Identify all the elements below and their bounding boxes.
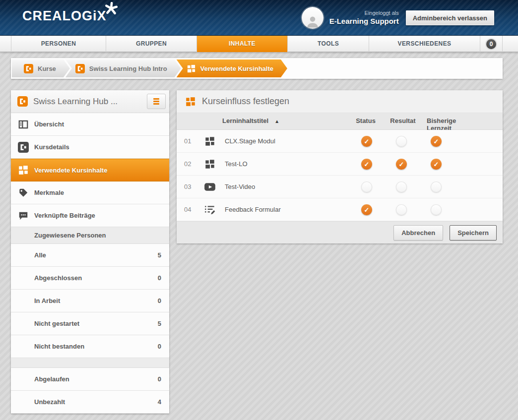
check-icon: ✓ — [364, 206, 370, 214]
avatar — [302, 7, 324, 29]
row-number: 01 — [184, 137, 191, 145]
check-icon: ✓ — [364, 161, 370, 168]
row-number: 04 — [184, 206, 191, 213]
filter-label: Nicht bestanden — [34, 343, 84, 350]
filter-count: 0 — [158, 343, 161, 350]
user-name: E-Learning Support — [329, 17, 399, 26]
sidebar-section-zugewiesene-personen: Zugewiesene Personen — [11, 227, 169, 244]
sidebar-filter-nicht-bestanden[interactable]: Nicht bestanden 0 — [11, 335, 169, 358]
course-icon — [17, 96, 28, 107]
sidebar-item-verknuepfte-beitraege[interactable]: Verknüpfte Beiträge — [11, 204, 169, 227]
breadcrumb-kurse[interactable]: Kurse — [12, 60, 70, 77]
resultat-toggle[interactable]: ✓ — [396, 204, 407, 215]
filter-count: 5 — [158, 251, 161, 259]
course-sidebar: Swiss Learning Hub ... Übersicht Kursdet… — [11, 90, 169, 414]
tab-personen[interactable]: PERSONEN — [11, 36, 106, 52]
learning-object-icon — [204, 158, 216, 170]
lernzeit-toggle[interactable]: ✓ — [431, 204, 442, 215]
filter-label: Abgeschlossen — [34, 274, 82, 282]
resultat-toggle[interactable]: ✓ — [396, 136, 407, 147]
row-number: 02 — [184, 160, 191, 168]
sidebar-filter-unbezahlt[interactable]: Unbezahlt 4 — [11, 391, 169, 414]
filter-count: 0 — [158, 297, 161, 304]
video-icon — [204, 181, 216, 193]
filter-count: 0 — [158, 375, 161, 383]
sidebar-menu-button[interactable] — [147, 94, 166, 109]
status-toggle[interactable]: ✓ — [361, 181, 372, 192]
column-status[interactable]: Status — [356, 117, 376, 124]
sidebar-item-merkmale[interactable]: Merkmale — [11, 181, 169, 204]
main-panel: Kurseinfluss festlegen Lerninhaltstitel▲… — [177, 90, 503, 243]
sidebar-filter-abgelaufen[interactable]: Abgelaufen 0 — [11, 368, 169, 391]
sidebar-item-label: Verknüpfte Beiträge — [34, 212, 95, 219]
save-button[interactable]: Speichern — [450, 225, 497, 240]
column-resultat[interactable]: Resultat — [390, 117, 415, 124]
content-grid-icon — [187, 64, 196, 73]
status-toggle[interactable]: ✓ — [361, 136, 372, 147]
resultat-toggle[interactable]: ✓ — [396, 159, 407, 170]
cancel-button[interactable]: Abbrechen — [393, 225, 443, 240]
breadcrumb-label: Verwendete Kursinhalte — [200, 65, 273, 72]
sidebar-item-uebersicht[interactable]: Übersicht — [11, 113, 169, 136]
tab-gruppen[interactable]: GRUPPEN — [106, 36, 197, 52]
tab-verschiedenes[interactable]: VERSCHIEDENES — [369, 36, 480, 52]
status-toggle[interactable]: ✓ — [361, 159, 372, 170]
resultat-toggle[interactable]: ✓ — [396, 181, 407, 192]
table-row: 01 CLX.Stage Modul ✓ ✓ ✓ — [177, 130, 503, 153]
filter-label: Nicht gestartet — [34, 320, 79, 327]
notification-badge[interactable]: 0 — [485, 38, 497, 50]
sidebar-filter-nicht-gestartet[interactable]: Nicht gestartet 5 — [11, 312, 169, 335]
lernzeit-toggle[interactable]: ✓ — [431, 136, 442, 147]
form-icon — [204, 204, 216, 216]
sidebar-filter-in-arbeit[interactable]: In Arbeit 0 — [11, 290, 169, 312]
user-area: Eingeloggt als E-Learning Support Adminb… — [302, 0, 494, 36]
row-number: 03 — [184, 183, 191, 190]
content-title: Test-Video — [225, 183, 255, 190]
sidebar-item-label: Verwendete Kursinhalte — [34, 167, 107, 174]
sidebar-header: Swiss Learning Hub ... — [11, 90, 169, 113]
content-grid-icon — [18, 165, 29, 176]
person-icon — [305, 14, 320, 29]
lernzeit-toggle[interactable]: ✓ — [431, 159, 442, 170]
logo-star-icon — [105, 2, 118, 15]
filter-count: 0 — [158, 274, 161, 282]
sidebar-item-kursdetails[interactable]: Kursdetails — [11, 136, 169, 159]
table-row: 04 Feedback Formular ✓ ✓ ✓ — [177, 198, 503, 221]
user-meta: Eingeloggt als E-Learning Support — [329, 10, 399, 26]
course-icon — [18, 142, 29, 153]
filter-label: Abgelaufen — [34, 375, 69, 383]
breadcrumb-course[interactable]: Swiss Learning Hub Intro — [65, 60, 181, 77]
tab-inhalte[interactable]: INHALTE — [197, 36, 288, 52]
content-grid-icon — [185, 96, 196, 107]
comment-icon — [18, 210, 29, 221]
sidebar-item-verwendete-kursinhalte[interactable]: Verwendete Kursinhalte — [11, 159, 169, 181]
page-title: Kurseinfluss festlegen — [202, 96, 289, 107]
table-row: 02 Test-LO ✓ ✓ ✓ — [177, 153, 503, 176]
check-icon: ✓ — [434, 138, 439, 145]
main-panel-header: Kurseinfluss festlegen — [177, 90, 503, 113]
check-icon: ✓ — [399, 161, 404, 168]
sidebar-course-title: Swiss Learning Hub ... — [33, 97, 147, 107]
status-toggle[interactable]: ✓ — [361, 204, 372, 215]
breadcrumb-verwendete-kursinhalte[interactable]: Verwendete Kursinhalte — [177, 60, 287, 77]
sort-asc-icon: ▲ — [274, 119, 279, 124]
filter-label: In Arbeit — [34, 297, 60, 304]
sidebar-filter-alle[interactable]: Alle 5 — [11, 244, 169, 267]
sidebar-filter-abgeschlossen[interactable]: Abgeschlossen 0 — [11, 267, 169, 290]
leave-admin-button[interactable]: Adminbereich verlassen — [406, 10, 494, 25]
sidebar-item-label: Übersicht — [34, 120, 64, 128]
sidebar-item-label: Kursdetails — [34, 143, 69, 151]
logo-text: CREALOGiX — [22, 8, 107, 23]
breadcrumb-label: Kurse — [38, 65, 56, 72]
column-lerninhaltstitel[interactable]: Lerninhaltstitel▲ — [222, 117, 279, 124]
table-footer: Abbrechen Speichern — [177, 221, 503, 243]
content-title: Feedback Formular — [225, 206, 281, 213]
content-title: Test-LO — [225, 160, 248, 168]
breadcrumb: Kurse Swiss Learning Hub Intro Verwendet… — [11, 58, 503, 79]
overview-icon — [18, 119, 29, 130]
tab-tools[interactable]: TOOLS — [288, 36, 369, 52]
crealogix-logo: CREALOGiX — [22, 8, 107, 24]
lernzeit-toggle[interactable]: ✓ — [431, 181, 442, 192]
filter-label: Alle — [34, 251, 46, 259]
check-icon: ✓ — [364, 138, 370, 145]
